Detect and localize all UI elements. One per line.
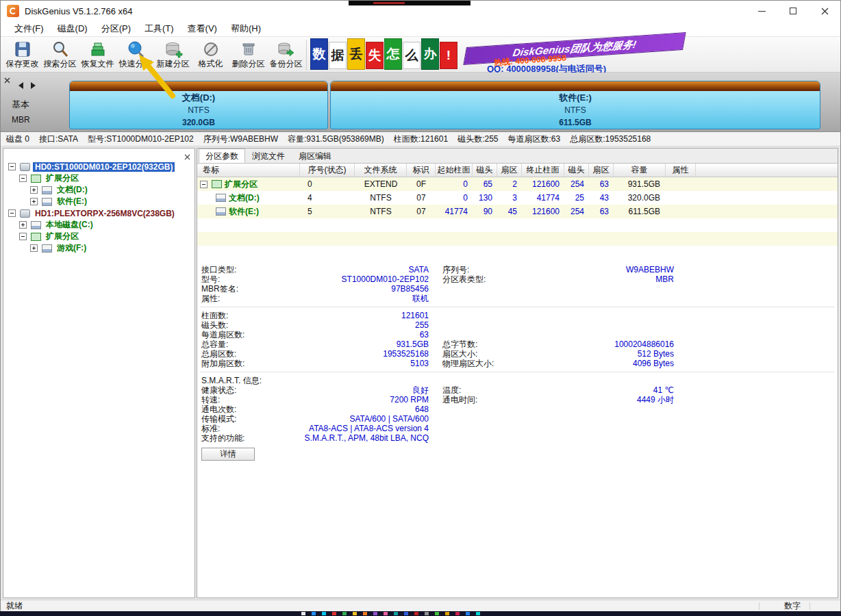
tree-item-volume-d[interactable]: 文档(D:) (5, 184, 193, 196)
detail-panel: 分区参数 浏览文件 扇区编辑 卷标 序号(状态) 文件系统 标识 起始柱面 磁头… (197, 148, 838, 598)
new-partition-button[interactable]: 新建分区 (154, 38, 192, 71)
taskbar-icon[interactable] (476, 612, 480, 615)
search-partition-button[interactable]: 搜索分区 (41, 38, 79, 71)
collapse-icon[interactable] (200, 181, 208, 188)
table-row-extended[interactable]: 扩展分区 0 EXTEND 0F 0 65 2 121600 254 63 93… (197, 177, 838, 191)
expand-icon[interactable] (30, 244, 38, 252)
column-header[interactable]: 容量 (614, 164, 666, 177)
partition-block-e[interactable]: 软件(E:) NTFS 611.5GB (330, 81, 820, 129)
delete-partition-button[interactable]: 删除分区 (229, 38, 267, 71)
taskbar-icon[interactable] (455, 612, 460, 615)
minimize-button[interactable] (746, 1, 777, 21)
taskbar-icon[interactable] (384, 612, 388, 615)
detail-label: 总容量: (201, 339, 228, 349)
column-header[interactable]: 卷标 (197, 164, 300, 177)
promo-banner[interactable]: 数 据 丢 失 怎 么 办 ! DiskGenius团队为您服务! 热线: 40… (310, 38, 838, 73)
menu-disk[interactable]: 磁盘(D) (51, 21, 95, 36)
taskbar-icon[interactable] (312, 612, 316, 615)
taskbar-icon[interactable] (332, 612, 336, 615)
expand-icon[interactable] (30, 198, 38, 205)
taskbar-icon[interactable] (342, 612, 347, 615)
quick-partition-icon (126, 40, 145, 59)
backup-partition-button[interactable]: 备份分区 (267, 38, 305, 71)
taskbar-icon[interactable] (414, 612, 418, 615)
taskbar-icon[interactable] (373, 612, 377, 615)
taskbar-icon[interactable] (466, 612, 470, 615)
column-header[interactable]: 终止柱面 (522, 164, 564, 177)
tree-item-disk-hd0[interactable]: HD0:ST1000DM010-2EP102(932GB) (5, 161, 193, 172)
taskbar-icon[interactable] (445, 612, 449, 615)
cell-start-cyl: 41774 (436, 205, 473, 218)
collapse-icon[interactable] (8, 163, 16, 170)
partition-size: 611.5GB (331, 116, 820, 129)
promo-tile: 么 (403, 42, 420, 69)
menu-help[interactable]: 帮助(H) (224, 21, 268, 36)
windows-taskbar[interactable] (0, 611, 841, 616)
taskbar-icon[interactable] (363, 612, 367, 615)
detail-label: 总扇区数: (201, 349, 236, 359)
quick-partition-button[interactable]: 快速分区 (116, 38, 154, 71)
menu-tools[interactable]: 工具(T) (138, 21, 181, 36)
expand-icon[interactable] (19, 221, 27, 229)
strip-close-button[interactable] (4, 74, 10, 86)
taskbar-icon[interactable] (404, 612, 408, 615)
expand-icon[interactable] (30, 186, 38, 194)
scroll-right-icon[interactable] (31, 82, 36, 89)
detail-value: 1953525168 (236, 349, 429, 359)
column-header[interactable]: 序号(状态) (300, 164, 355, 177)
taskbar-icon[interactable] (435, 612, 439, 615)
detail-label: 接口类型: (201, 265, 236, 274)
save-changes-button[interactable]: 保存更改 (3, 38, 41, 71)
column-header[interactable]: 磁头 (473, 164, 497, 177)
status-divider (759, 602, 760, 610)
tree-item-volume-e[interactable]: 软件(E:) (5, 196, 193, 207)
column-header[interactable]: 标识 (407, 164, 436, 177)
tab-sector-edit[interactable]: 扇区编辑 (292, 149, 338, 163)
taskbar-icon[interactable] (425, 612, 429, 615)
tab-browse-files[interactable]: 浏览文件 (245, 149, 292, 163)
menu-view[interactable]: 查看(V) (181, 21, 224, 36)
taskbar-icon[interactable] (353, 612, 357, 615)
column-header[interactable]: 磁头 (564, 164, 589, 177)
column-header[interactable]: 文件系统 (355, 164, 407, 177)
tree-item-label: HD1:PLEXTORPX-256M8VC(238GB) (33, 209, 177, 218)
taskbar-icon[interactable] (322, 612, 326, 615)
recover-files-button[interactable]: 恢复文件 (79, 38, 116, 71)
tree-item-label: HD0:ST1000DM010-2EP102(932GB) (33, 162, 175, 172)
volume-icon (216, 194, 226, 202)
smart-details-button[interactable]: 详情 (201, 448, 255, 461)
collapse-icon[interactable] (19, 233, 27, 240)
cell-start-head: 65 (473, 177, 497, 191)
status-divider (809, 602, 810, 610)
column-header[interactable]: 起始柱面 (436, 164, 473, 177)
collapse-icon[interactable] (19, 175, 27, 182)
tree-item-volume-f[interactable]: 游戏(F:) (5, 242, 193, 254)
detail-value: 97B85456 (236, 284, 429, 294)
column-header[interactable]: 扇区 (497, 164, 522, 177)
scroll-left-icon[interactable] (18, 82, 23, 89)
taskbar-icon[interactable] (301, 612, 305, 615)
close-button[interactable] (809, 1, 840, 21)
partition-block-d[interactable]: 文档(D:) NTFS 320.0GB (69, 81, 328, 129)
menu-file[interactable]: 文件(F) (8, 21, 51, 36)
table-row-volume-d[interactable]: 文档(D:) 4 NTFS 07 0 130 3 41774 25 43 320… (197, 191, 838, 205)
cell-attr (666, 177, 696, 191)
column-header[interactable]: 属性 (666, 164, 696, 177)
maximize-button[interactable] (777, 1, 809, 21)
tree-item-extended-partition[interactable]: 扩展分区 (5, 172, 193, 184)
detail-label: 转速: (201, 395, 220, 405)
column-header[interactable]: 扇区 (589, 164, 614, 177)
promo-tiles: 数 据 丢 失 怎 么 办 ! (310, 38, 457, 70)
cell-filesystem: EXTEND (355, 177, 407, 191)
collapse-icon[interactable] (8, 209, 16, 217)
recover-files-icon (88, 40, 108, 59)
tree-item-volume-c[interactable]: 本地磁盘(C:) (5, 219, 193, 231)
tab-partition-parameters[interactable]: 分区参数 (199, 149, 245, 163)
tree-item-extended-partition-2[interactable]: 扩展分区 (5, 231, 193, 242)
table-row-volume-e[interactable]: 软件(E:) 5 NTFS 07 41774 90 45 121600 254 … (197, 205, 838, 218)
menu-partition[interactable]: 分区(P) (95, 21, 138, 36)
format-button[interactable]: 格式化 (192, 38, 229, 71)
tree-item-label: 扩展分区 (44, 172, 81, 184)
taskbar-icon[interactable] (394, 612, 398, 615)
tree-item-disk-hd1[interactable]: HD1:PLEXTORPX-256M8VC(238GB) (5, 207, 193, 219)
